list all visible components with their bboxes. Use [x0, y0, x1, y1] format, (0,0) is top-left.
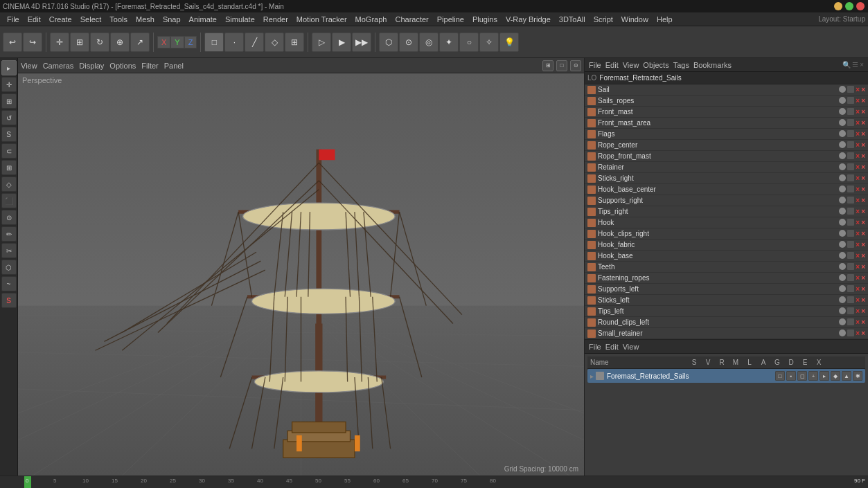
- object-row-ropefrontmast[interactable]: Rope_front_mast ××: [585, 151, 868, 162]
- mode-extra-button[interactable]: ↗: [130, 33, 150, 52]
- menu-window[interactable]: Window: [617, 15, 653, 24]
- left-icon-loop[interactable]: ⊙: [1, 210, 17, 225]
- object-row-hookfabric[interactable]: Hook_fabric ××: [585, 240, 868, 251]
- left-icon-mirror[interactable]: ⊂: [1, 143, 17, 159]
- prop-menu-view[interactable]: View: [623, 343, 639, 351]
- left-icon-move[interactable]: ✛: [1, 77, 17, 92]
- left-icon-knife[interactable]: ✂: [1, 243, 17, 258]
- menu-3dtoall[interactable]: 3DToAll: [555, 15, 590, 24]
- rotate-tool-button[interactable]: ◎: [419, 33, 439, 52]
- object-row-hookbase[interactable]: Hook_base ××: [585, 251, 868, 262]
- prop-menu-file[interactable]: File: [589, 343, 601, 351]
- menu-pipeline[interactable]: Pipeline: [433, 15, 468, 24]
- menu-script[interactable]: Script: [590, 15, 617, 24]
- transform-button[interactable]: ⊕: [110, 33, 130, 52]
- render-view-button[interactable]: ▷: [312, 33, 331, 52]
- menu-tools[interactable]: Tools: [105, 15, 132, 24]
- paint-tool-button[interactable]: ○: [459, 33, 479, 52]
- rotate-button[interactable]: ↻: [90, 33, 109, 52]
- object-row-sailsropes[interactable]: Sails_ropes × ×: [585, 96, 868, 107]
- menu-help[interactable]: Help: [653, 15, 677, 24]
- extra-tool-button[interactable]: ✧: [479, 33, 499, 52]
- menu-mograph[interactable]: MoGraph: [351, 15, 391, 24]
- viewport-3d[interactable]: X Y Z Perspective Grid Spacing: 10000 cm: [18, 73, 584, 476]
- object-row-tipsleft[interactable]: Tips_left ××: [585, 306, 868, 317]
- object-mode-button[interactable]: □: [204, 33, 224, 52]
- selected-object-row[interactable]: ▸ Foremast_Retracted_Sails □ ▪ ◻ + ▸ ◆ ▲…: [587, 369, 865, 383]
- move-tool-button[interactable]: ⬡: [379, 33, 398, 52]
- object-row-smallretainer[interactable]: Small_retainer ××: [585, 328, 868, 339]
- vis-dot-sail[interactable]: [839, 86, 846, 93]
- om-close-icon[interactable]: ×: [860, 61, 864, 69]
- viewport-menu-options[interactable]: Options: [109, 62, 136, 70]
- object-row-supportsleft[interactable]: Supports_left ××: [585, 284, 868, 295]
- menu-character[interactable]: Character: [391, 15, 432, 24]
- object-row-sticksright[interactable]: Sticks_right ××: [585, 173, 868, 184]
- menu-create[interactable]: Create: [45, 15, 76, 24]
- left-icon-extrude[interactable]: ⬛: [1, 193, 17, 208]
- x-axis-button[interactable]: X: [157, 36, 170, 48]
- object-row-retainer[interactable]: Retainer ××: [585, 162, 868, 173]
- left-icon-deform[interactable]: ~: [1, 276, 17, 291]
- z-axis-button[interactable]: Z: [184, 36, 197, 48]
- left-icon-scale[interactable]: ⊞: [1, 93, 17, 109]
- object-row-hook[interactable]: Hook ××: [585, 217, 868, 228]
- undo-button[interactable]: ↩: [3, 33, 22, 52]
- scale-button[interactable]: ⊞: [70, 33, 89, 52]
- light-button[interactable]: 💡: [499, 33, 519, 52]
- menu-animate[interactable]: Animate: [185, 15, 221, 24]
- lock-dot[interactable]: [847, 97, 854, 104]
- object-row-teeth[interactable]: Teeth ××: [585, 262, 868, 273]
- uv-mode-button[interactable]: ⊞: [285, 33, 304, 52]
- menu-render[interactable]: Render: [259, 15, 292, 24]
- prop-ctrl-6[interactable]: ✱: [853, 371, 862, 381]
- object-row-hookbasecenter[interactable]: Hook_base_center ××: [585, 184, 868, 195]
- object-row-roundclipsleft[interactable]: Round_clips_left ××: [585, 317, 868, 328]
- prop-ctrl-1[interactable]: ◻: [797, 371, 807, 381]
- viewport-menu-filter[interactable]: Filter: [141, 62, 158, 70]
- object-row-ropecenter[interactable]: Rope_center ××: [585, 140, 868, 151]
- prop-ctrl-lock[interactable]: ▪: [786, 371, 796, 381]
- menu-motion-tracker[interactable]: Motion Tracker: [292, 15, 351, 24]
- menu-mesh[interactable]: Mesh: [132, 15, 159, 24]
- om-menu-tags[interactable]: Tags: [673, 61, 689, 69]
- prop-ctrl-vis[interactable]: □: [775, 371, 785, 381]
- prop-ctrl-2[interactable]: +: [808, 371, 818, 381]
- object-row-flags[interactable]: Flags ××: [585, 129, 868, 140]
- om-menu-objects[interactable]: Objects: [643, 61, 668, 69]
- menu-snap[interactable]: Snap: [159, 15, 185, 24]
- render-button[interactable]: ▶: [332, 33, 351, 52]
- viewport-icon-3[interactable]: ⊙: [570, 60, 581, 71]
- tag-x[interactable]: ×: [856, 97, 860, 105]
- scale-tool-button[interactable]: ⊙: [399, 33, 418, 52]
- menu-file[interactable]: File: [3, 15, 24, 24]
- menu-simulate[interactable]: Simulate: [221, 15, 259, 24]
- viewport-menu-view[interactable]: View: [21, 62, 37, 70]
- prop-menu-edit[interactable]: Edit: [605, 343, 619, 351]
- object-row-hookclipsright[interactable]: Hook_clips_right ××: [585, 228, 868, 240]
- vis-dot[interactable]: [839, 97, 846, 104]
- left-icon-paint[interactable]: ✏: [1, 226, 17, 242]
- om-menu-bookmarks[interactable]: Bookmarks: [693, 61, 732, 69]
- viewport-menu-display[interactable]: Display: [79, 62, 104, 70]
- menu-vray[interactable]: V-Ray Bridge: [502, 15, 555, 24]
- move-button[interactable]: ✛: [50, 33, 69, 52]
- om-filter-icon[interactable]: ☰: [852, 61, 858, 69]
- maximize-button[interactable]: [845, 2, 853, 10]
- object-row-fasteningropes[interactable]: Fastening_ropes ××: [585, 273, 868, 284]
- object-row-sticksleft[interactable]: Sticks_left ××: [585, 295, 868, 306]
- left-icon-array[interactable]: ⊞: [1, 160, 17, 175]
- object-row-sail[interactable]: Sail × ×: [585, 84, 868, 96]
- left-icon-poly[interactable]: ◇: [1, 177, 17, 192]
- close-button[interactable]: [856, 2, 865, 10]
- viewport-menu-panel[interactable]: Panel: [164, 62, 184, 70]
- prop-ctrl-5[interactable]: ▲: [842, 371, 851, 381]
- object-row-tipsright[interactable]: Tips_right ××: [585, 206, 868, 217]
- left-icon-rotate[interactable]: ↺: [1, 110, 17, 125]
- select-tool-button[interactable]: ✦: [439, 33, 459, 52]
- redo-button[interactable]: ↪: [23, 33, 42, 52]
- menu-select[interactable]: Select: [76, 15, 106, 24]
- render-all-button[interactable]: ▶▶: [352, 33, 371, 52]
- viewport-menu-cameras[interactable]: Cameras: [43, 62, 74, 70]
- edge-mode-button[interactable]: ╱: [245, 33, 264, 52]
